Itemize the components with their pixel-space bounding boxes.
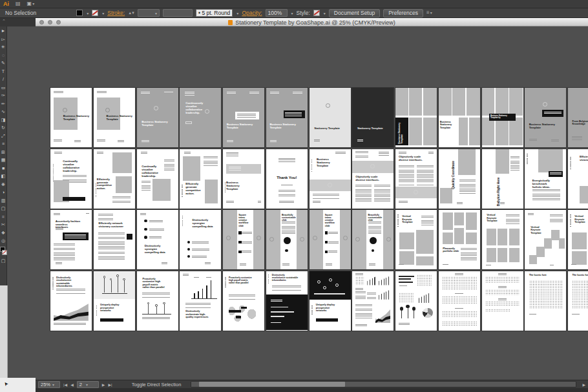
tool-rotate[interactable]: ↻: [1, 125, 6, 130]
brush-definition-field[interactable]: [163, 9, 193, 17]
bridge-icon[interactable]: ▤: [16, 1, 21, 6]
stroke-stepper[interactable]: ▲▼: [128, 11, 134, 15]
opacity-label[interactable]: Opacity:: [242, 10, 262, 16]
artboard-10[interactable]: Business Stationery Template: [439, 88, 480, 147]
tool-eraser[interactable]: ◨: [1, 118, 6, 122]
artboard-21[interactable]: Objectively scale diverse interfaces.: [352, 149, 394, 209]
tool-eyedropper[interactable]: ◧: [1, 174, 6, 178]
next-artboard-button[interactable]: ▶: [102, 382, 105, 387]
artboard-34[interactable]: Beautifully customizable slide: [352, 210, 394, 269]
artboard-29[interactable]: Distinctively synergize compelling data: [137, 210, 178, 269]
artboard-5[interactable]: Business Stationery Template: [223, 88, 264, 147]
horizontal-scrollbar[interactable]: [191, 381, 576, 387]
artboard-16[interactable]: Continually visualize collaborative lead…: [137, 149, 178, 209]
tool-direct-selection[interactable]: ▻: [1, 37, 6, 41]
artboard-32[interactable]: Beautifully customizable slide: [266, 210, 308, 269]
tool-paintbrush[interactable]: ✑: [1, 93, 6, 98]
artboard-23[interactable]: Quickly Coordinate: [439, 149, 480, 209]
artboard-9[interactable]: Business Stationery Template: [395, 88, 437, 147]
last-artboard-button[interactable]: ▶|: [108, 382, 112, 387]
tool-magic-wand[interactable]: ✳: [1, 45, 6, 49]
tool-blend[interactable]: ❋: [1, 182, 6, 187]
artboard-45[interactable]: Distinctively revolutionize sustainable …: [266, 271, 308, 331]
artboard-33[interactable]: Square teams creative workflow slide: [310, 210, 351, 269]
artboard-50[interactable]: [482, 271, 523, 331]
tool-zoom[interactable]: ◎: [1, 238, 6, 243]
stroke-swatch[interactable]: [2, 250, 7, 255]
artboard-27[interactable]: Assertively fashion seamless interfaces: [50, 210, 92, 269]
artboard-52[interactable]: The Iconic font: [568, 271, 588, 331]
artboard-39[interactable]: Vertical Keynote Template: [568, 210, 588, 269]
artboard-1[interactable]: Business Stationery Template: [50, 88, 92, 147]
zoom-level-field[interactable]: 25%▾: [38, 381, 60, 388]
artboard-13[interactable]: From Belgium to Knowledge: [568, 88, 588, 147]
artboard-31[interactable]: Square teams creative workflow slide: [223, 210, 264, 269]
tool-gradient[interactable]: ■: [1, 166, 6, 170]
artboard-18[interactable]: Business Stationery Template: [223, 149, 264, 209]
first-artboard-button[interactable]: |◀: [63, 382, 67, 387]
artboard-4[interactable]: Continuously visualize collaborative lea…: [180, 88, 221, 147]
artboard-22[interactable]: Objectively scale diverse interfaces.: [395, 149, 437, 209]
artboard-44[interactable]: Proactively customize high payoff matrix…: [223, 271, 264, 331]
artboard-15[interactable]: Efficiently generate competitive action.: [94, 149, 135, 209]
tool-perspective-grid[interactable]: ⊞: [1, 150, 6, 154]
artboard-40[interactable]: Distinctively revolutionize sustainable …: [50, 271, 92, 331]
artboard-49[interactable]: [439, 271, 480, 331]
artboard-41[interactable]: Uniquely deploy prospective networks: [94, 271, 135, 331]
artboard-51[interactable]: The Iconic font: [525, 271, 566, 331]
variable-width-profile-field[interactable]: • 5 pt. Round: [196, 9, 233, 17]
artboard-47[interactable]: [352, 271, 394, 331]
tool-scale[interactable]: ⤢: [1, 134, 6, 138]
arrange-documents-icon[interactable]: ▣▾: [27, 1, 35, 6]
tool-slice[interactable]: ⌗: [1, 214, 6, 219]
artboard-number-field[interactable]: 2▾: [77, 381, 99, 388]
tool-width[interactable]: ∿: [1, 109, 6, 114]
artboard-43[interactable]: Distinctively orchestrate high-quality e…: [180, 271, 221, 331]
artboard-46[interactable]: Uniquely deploy prospective networks: [310, 271, 351, 331]
tool-lasso[interactable]: ◌: [1, 53, 6, 57]
canvas-area[interactable]: ►▻✳◌✎T/▭✑✏∿◨↻⤢≡⊞▦■◧❋◑▥▢⌗✂❖◎▢ Business St…: [0, 26, 588, 392]
stroke-label[interactable]: Stroke:: [107, 10, 125, 16]
artboard-48[interactable]: [395, 271, 437, 331]
stroke-color-swatch[interactable]: [92, 10, 98, 16]
artboard-17[interactable]: Efficiently generate competitive action.: [180, 149, 221, 209]
artboard-35[interactable]: Vertical Keynote Template: [395, 210, 437, 269]
artboard-28[interactable]: Efficiently network visionary customer: [94, 210, 135, 269]
artboard-42[interactable]: Proactively customize high payoff matrix…: [137, 271, 178, 331]
fill-stroke-swatches[interactable]: [0, 247, 6, 255]
tool-screen-mode[interactable]: ▢: [1, 258, 6, 263]
tool-mesh[interactable]: ▦: [1, 158, 6, 162]
artboard-3[interactable]: Business Stationery Template: [137, 88, 178, 147]
scrollbar-thumb[interactable]: [199, 382, 345, 387]
window-title-bar[interactable]: Stationery Template by GoaShape.ai @ 25%…: [36, 18, 588, 26]
previous-artboard-button[interactable]: ◀: [70, 382, 74, 387]
artboard-20[interactable]: Business Stationery Template: [310, 149, 351, 209]
artboard-37[interactable]: Vertical Keynote Template: [482, 210, 523, 269]
tool-pencil[interactable]: ✏: [1, 101, 6, 106]
artboard-7[interactable]: Stationery Template: [310, 88, 351, 147]
artboard-6[interactable]: Business Stationery Template: [266, 88, 308, 147]
tool-line-segment[interactable]: /: [1, 77, 6, 81]
artboard-12[interactable]: Business Stationery Template: [525, 88, 566, 147]
style-swatch[interactable]: [313, 10, 320, 16]
artboard-8[interactable]: Stationery Template: [352, 88, 394, 147]
artboard-24[interactable]: Babylon Right Here: [482, 149, 523, 209]
artboard-14[interactable]: Continually visualize collaborative lead…: [50, 149, 92, 209]
tool-free-transform[interactable]: ≡: [1, 141, 6, 146]
scroll-right-button[interactable]: ▶: [582, 382, 585, 387]
opacity-field[interactable]: 100%: [266, 9, 288, 17]
tool-type[interactable]: T: [1, 69, 6, 74]
artboard-19[interactable]: Thank You!: [266, 149, 308, 209]
stroke-weight-field[interactable]: ▾: [138, 9, 160, 17]
artboard-2[interactable]: Business Stationery Template: [94, 88, 135, 147]
collapse-icon[interactable]: ⌃: [2, 19, 6, 23]
tool-hand[interactable]: ❖: [1, 231, 6, 235]
artboard-36[interactable]: Pleasantly portfolio slide: [439, 210, 480, 269]
tool-column-graph[interactable]: ▥: [1, 198, 6, 203]
artboard-11[interactable]: Business Stationery Template by: [482, 88, 523, 147]
artboard-38[interactable]: Vertical Keynote Template: [525, 210, 566, 269]
tool-artboard[interactable]: ▢: [1, 206, 6, 211]
artboard-30[interactable]: Distinctively synergize compelling data: [180, 210, 221, 269]
artboard-26[interactable]: Efficiently network visionary customer: [568, 149, 588, 209]
preferences-button[interactable]: Preferences: [383, 9, 423, 17]
